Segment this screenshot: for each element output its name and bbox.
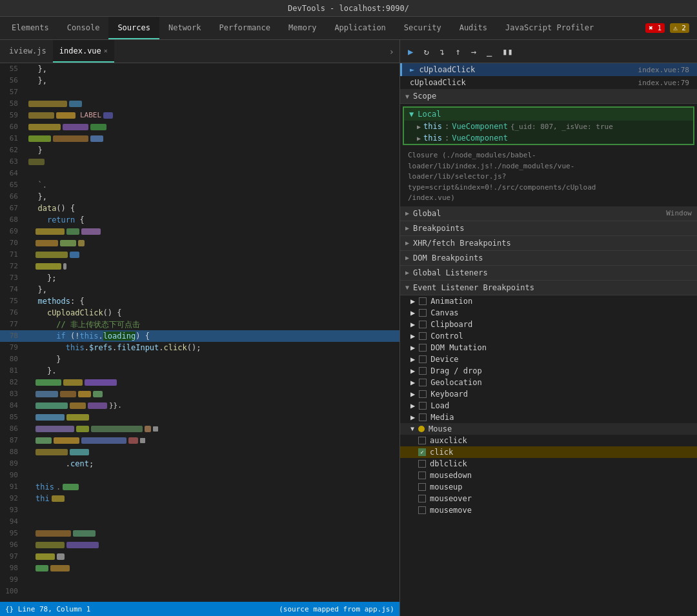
tab-memory[interactable]: Memory: [279, 17, 325, 39]
tab-audits[interactable]: Audits: [450, 17, 496, 39]
event-animation-label: Animation: [430, 297, 472, 306]
tab-sources[interactable]: Sources: [108, 17, 159, 39]
callstack-item-1[interactable]: ► cUploadClick index.vue:78: [400, 63, 697, 76]
tab-bar-badges: ✖ 1 ⚠ 2: [645, 17, 694, 39]
event-clipboard-checkbox[interactable]: [419, 321, 427, 328]
debug-stepout-btn[interactable]: ↑: [452, 45, 463, 58]
event-keyboard-checkbox[interactable]: [419, 390, 427, 398]
editor-panel: iview.js index.vue ✕ › 55 }, 56 }, 57: [0, 40, 400, 616]
event-animation[interactable]: ▶ Animation: [400, 295, 697, 307]
event-keyboard[interactable]: ▶ Keyboard: [400, 388, 697, 400]
callstack-item-2[interactable]: cUploadClick index.vue:79: [400, 76, 697, 89]
tab-application[interactable]: Application: [325, 17, 394, 39]
file-tab-close-icon[interactable]: ✕: [104, 47, 108, 54]
debug-stepover-btn[interactable]: ↻: [421, 45, 431, 58]
tab-js-profiler[interactable]: JavaScript Profiler: [496, 17, 603, 39]
event-click[interactable]: ✓ click: [400, 446, 697, 458]
scope-arrow-icon: ▼: [405, 93, 409, 100]
event-auxclick-checkbox[interactable]: [418, 437, 426, 444]
global-listeners-section-header[interactable]: ▶ Global Listeners: [400, 266, 697, 281]
tab-network[interactable]: Network: [159, 17, 210, 39]
event-dblclick-checkbox[interactable]: [418, 460, 426, 468]
event-mouseup-checkbox[interactable]: [418, 483, 426, 491]
code-line-74: 74 },: [0, 284, 399, 295]
event-dom-mutation[interactable]: ▶ DOM Mutation: [400, 342, 697, 353]
main-tab-bar: Elements Console Sources Network Perform…: [0, 17, 697, 40]
file-tab-iview[interactable]: iview.js: [3, 40, 53, 63]
event-mouseover[interactable]: mouseover: [400, 493, 697, 504]
event-control[interactable]: ▶ Control: [400, 330, 697, 342]
debug-stepinto-btn[interactable]: ↴: [437, 45, 447, 58]
mouse-active-dot: [418, 426, 425, 432]
event-clipboard[interactable]: ▶ Clipboard: [400, 319, 697, 330]
code-line-66: 66 },: [0, 191, 399, 203]
code-line-82: 82: [0, 377, 399, 388]
debug-resume-btn[interactable]: ▶: [405, 45, 416, 58]
code-line-71: 71: [0, 249, 399, 261]
event-load-checkbox[interactable]: [419, 402, 427, 410]
debug-pause-btn[interactable]: ▮▮: [500, 45, 516, 58]
scope-this-1[interactable]: ▶ this : VueComponent {_uid: 807, _isVue…: [404, 121, 693, 132]
tab-elements[interactable]: Elements: [3, 17, 58, 39]
code-line-69: 69: [0, 226, 399, 237]
code-line-99: 99: [0, 574, 399, 586]
file-tab-index[interactable]: index.vue ✕: [53, 40, 114, 63]
event-mousedown[interactable]: mousedown: [400, 470, 697, 481]
debug-content[interactable]: ► cUploadClick index.vue:78 cUploadClick…: [400, 63, 697, 616]
event-dblclick[interactable]: dblclick: [400, 458, 697, 470]
dom-breakpoints-section-header[interactable]: ▶ DOM Breakpoints: [400, 251, 697, 266]
tab-console[interactable]: Console: [58, 17, 109, 39]
event-mousemove[interactable]: mousemove: [400, 504, 697, 516]
scope-this-2[interactable]: ▶ this : VueComponent: [404, 132, 693, 144]
event-geolocation-checkbox[interactable]: [419, 379, 427, 386]
event-mousemove-checkbox[interactable]: [418, 506, 426, 514]
event-drag-drop-checkbox[interactable]: [419, 367, 427, 375]
event-click-checkbox[interactable]: ✓: [418, 448, 426, 456]
code-line-92: 92 thi: [0, 493, 399, 504]
debug-deactivate-btn[interactable]: ⎯: [484, 45, 494, 58]
event-animation-checkbox[interactable]: [419, 297, 427, 305]
debug-step-btn[interactable]: →: [469, 45, 479, 58]
status-right: (source mapped from app.js): [279, 605, 394, 613]
event-mouseover-checkbox[interactable]: [418, 495, 426, 502]
event-control-checkbox[interactable]: [419, 332, 427, 340]
tab-performance[interactable]: Performance: [210, 17, 279, 39]
event-mouseup[interactable]: mouseup: [400, 481, 697, 493]
event-media-checkbox[interactable]: [419, 413, 427, 421]
event-load[interactable]: ▶ Load: [400, 400, 697, 412]
breakpoints-arrow-icon: ▶: [405, 224, 409, 232]
code-area[interactable]: 55 }, 56 }, 57 58 59: [0, 63, 399, 602]
breakpoints-section-header[interactable]: ▶ Breakpoints: [400, 221, 697, 236]
code-line-61: 61: [0, 133, 399, 144]
event-device-checkbox[interactable]: [419, 355, 427, 363]
error-badge: ✖ 1: [645, 23, 665, 33]
event-dom-mutation-checkbox[interactable]: [419, 344, 427, 352]
event-canvas[interactable]: ▶ Canvas: [400, 307, 697, 319]
event-mouse-group[interactable]: ▼ Mouse: [400, 423, 697, 435]
closure-section[interactable]: Closure (./node_modules/babel-loader/lib…: [400, 148, 697, 206]
breakpoints-label: Breakpoints: [413, 224, 464, 233]
code-line-81: 81 }.: [0, 365, 399, 377]
event-mousedown-checkbox[interactable]: [418, 472, 426, 479]
event-auxclick[interactable]: auxclick: [400, 435, 697, 446]
callstack-loc-2: index.vue:79: [638, 79, 689, 87]
tab-security[interactable]: Security: [395, 17, 450, 39]
event-keyboard-label: Keyboard: [430, 390, 468, 399]
global-section-header[interactable]: ▶ Global Window: [400, 206, 697, 221]
code-line-70: 70: [0, 237, 399, 249]
file-tab-arrow[interactable]: ›: [389, 46, 394, 57]
code-line-62: 62 }: [0, 144, 399, 156]
code-line-67: 67 data() {: [0, 203, 399, 214]
event-drag-drop[interactable]: ▶ Drag / drop: [400, 365, 697, 377]
closure-text: Closure (./node_modules/babel-loader/lib…: [408, 150, 596, 204]
local-scope-header[interactable]: ▼ Local: [404, 108, 693, 121]
event-canvas-checkbox[interactable]: [419, 309, 427, 317]
code-line-60: 60: [0, 121, 399, 133]
scope-section-header[interactable]: ▼ Scope: [400, 89, 697, 104]
code-line-91: 91 this .: [0, 481, 399, 493]
event-geolocation[interactable]: ▶ Geolocation: [400, 377, 697, 388]
event-device[interactable]: ▶ Device: [400, 353, 697, 365]
event-listener-section-header[interactable]: ▼ Event Listener Breakpoints: [400, 281, 697, 295]
xhr-breakpoints-section-header[interactable]: ▶ XHR/fetch Breakpoints: [400, 236, 697, 251]
event-media[interactable]: ▶ Media: [400, 412, 697, 423]
